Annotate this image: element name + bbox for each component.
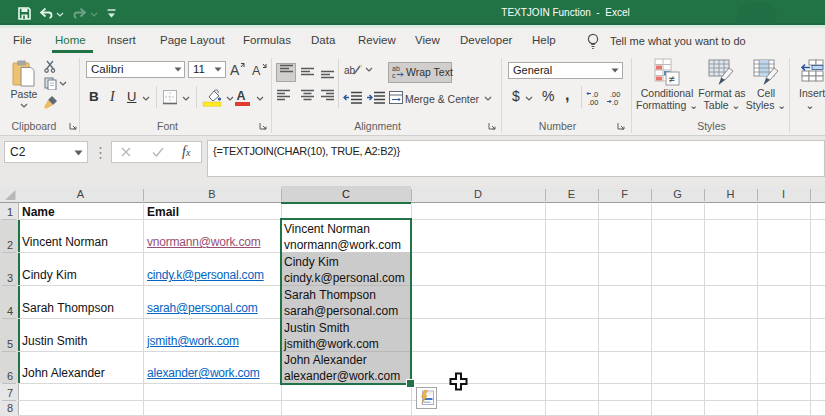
svg-text:c: c <box>392 72 396 79</box>
svg-text:.00: .00 <box>588 98 598 106</box>
svg-text:≠: ≠ <box>669 73 675 85</box>
svg-text:ab: ab <box>392 65 400 72</box>
svg-text:.0: .0 <box>612 98 618 106</box>
svg-text:A: A <box>252 64 261 78</box>
svg-text:ab: ab <box>344 65 356 76</box>
svg-text:A: A <box>230 62 240 78</box>
